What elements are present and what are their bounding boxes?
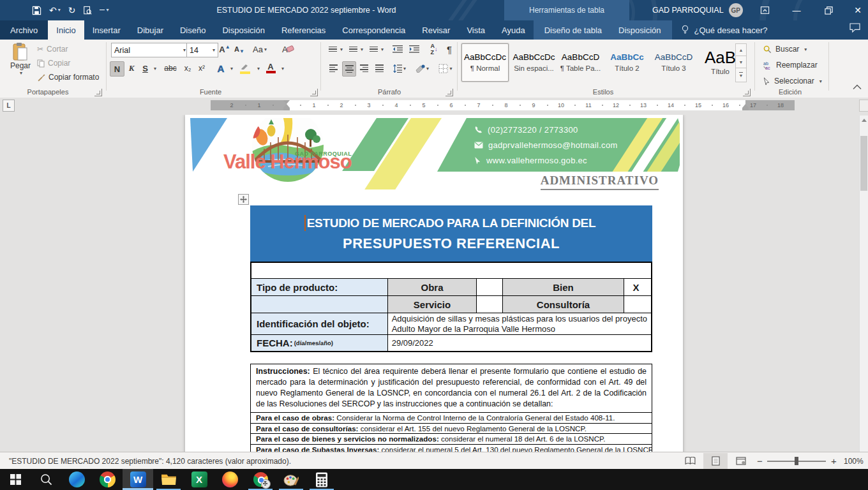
fecha-value-cell[interactable]: 29/09/2022 [387, 335, 651, 351]
redo-button[interactable]: ↻ [68, 6, 76, 15]
restore-button[interactable] [818, 0, 839, 20]
numbering-button[interactable]: ▾ [347, 42, 365, 56]
zoom-out-button[interactable]: − [757, 452, 763, 470]
style-sin-espaciado[interactable]: AaBbCcDc Sin espaci... [513, 43, 555, 82]
tab-diseno[interactable]: Diseño [172, 20, 214, 40]
web-layout-button[interactable] [729, 453, 753, 469]
taskbar-chrome-profile[interactable] [245, 469, 276, 490]
taskbar-search-button[interactable] [31, 469, 61, 490]
collapse-ribbon-button[interactable] [853, 84, 862, 90]
taskbar-file-explorer[interactable] [153, 469, 184, 490]
product-form-table[interactable]: Tipo de producto: Obra Bien X Servicio C… [250, 262, 652, 352]
ribbon-display-options-button[interactable] [754, 0, 775, 20]
tell-me-box[interactable]: ¿Qué desea hacer? [672, 20, 777, 40]
servicio-check-cell[interactable] [476, 296, 502, 313]
feedback-icon[interactable] [849, 23, 860, 33]
tab-diseno-de-tabla[interactable]: Diseño de tabla [536, 20, 610, 40]
print-preview-button[interactable] [83, 6, 92, 15]
style-normal[interactable]: AaBbCcDc ¶ Normal [461, 43, 509, 82]
consultoria-check-cell[interactable] [624, 296, 648, 313]
superscript-button[interactable]: x² [195, 61, 208, 75]
zoom-slider-thumb[interactable] [795, 457, 798, 465]
font-family-combo[interactable]: Arial▾ [111, 43, 189, 57]
character-count[interactable]: "ESTUDIO DE MERCADO 2022 septiembre": 4,… [9, 452, 291, 470]
decrease-indent-button[interactable] [391, 42, 405, 56]
taskbar-word[interactable]: W [123, 469, 153, 490]
shrink-font-button[interactable]: A▼ [234, 42, 245, 56]
identificacion-label-cell[interactable]: Identificación del objeto: [251, 313, 387, 334]
highlight-button[interactable] [237, 61, 253, 75]
subscript-button[interactable]: x₂ [181, 61, 194, 75]
sort-button[interactable]: AZ↓ [426, 42, 442, 56]
highlight-dropdown[interactable]: ▾ [254, 61, 262, 75]
read-mode-button[interactable] [678, 453, 702, 469]
scrollbar-thumb[interactable] [860, 136, 867, 191]
tab-ayuda[interactable]: Ayuda [493, 20, 534, 40]
servicio-cell[interactable]: Servicio [387, 296, 476, 313]
taskbar-firefox[interactable] [214, 469, 245, 490]
cut-button[interactable]: ✂ Cortar [37, 45, 68, 54]
underline-button[interactable]: S [140, 61, 151, 75]
table-move-handle[interactable] [238, 194, 249, 205]
style-table-paragraph[interactable]: AaBbCcD ¶ Table Pa... [559, 43, 602, 82]
text-effects-button[interactable]: A [214, 61, 227, 75]
document-title-block[interactable]: ESTUDIO DE MERCADO PARA LA DEFINICIÓN DE… [250, 205, 652, 262]
taskbar-chrome[interactable] [92, 469, 123, 490]
fecha-label-cell[interactable]: FECHA: (día/mes/año) [251, 335, 387, 351]
increase-indent-button[interactable] [407, 42, 421, 56]
start-button[interactable] [0, 469, 31, 490]
taskbar-calculator[interactable] [306, 469, 337, 490]
paste-button[interactable]: Pegar ▾ [6, 42, 34, 76]
undo-button[interactable]: ↶▾ [49, 6, 61, 15]
paragraph-dialog-launcher[interactable] [445, 89, 453, 96]
underline-dropdown[interactable]: ▾ [151, 61, 158, 75]
styles-more-button[interactable]: ▼ [735, 68, 747, 82]
font-size-combo[interactable]: 14▾ [186, 43, 218, 57]
copy-button[interactable]: Copiar [37, 59, 70, 68]
justify-button[interactable] [373, 61, 385, 75]
styles-scroll-up[interactable]: ▲ [735, 43, 747, 57]
font-color-dropdown[interactable]: ▾ [278, 61, 286, 75]
format-painter-button[interactable]: Copiar formato [37, 73, 99, 82]
right-indent-marker-base[interactable] [742, 108, 749, 110]
tab-disposicion[interactable]: Disposición [214, 20, 273, 40]
document-page[interactable]: GAD PARROQUIAL Valle Hermoso (02)2773220… [185, 115, 683, 452]
taskbar-edge[interactable] [61, 469, 92, 490]
tab-insertar[interactable]: Insertar [84, 20, 129, 40]
bien-cell[interactable]: Bien [502, 279, 624, 295]
styles-dialog-launcher[interactable] [743, 89, 751, 96]
document-area[interactable]: GAD PARROQUIAL Valle Hermoso (02)2773220… [0, 115, 868, 452]
taskbar-excel[interactable]: X [184, 469, 214, 490]
save-button[interactable] [32, 6, 41, 15]
left-indent-marker[interactable] [283, 108, 290, 110]
tab-archivo[interactable]: Archivo [0, 20, 48, 40]
strikethrough-button[interactable]: abc [162, 61, 179, 75]
tab-dibujar[interactable]: Dibujar [129, 20, 172, 40]
account-info[interactable]: GAD PARROQUIAL GP [652, 0, 743, 20]
bullets-button[interactable]: ▾ [327, 42, 345, 56]
minimize-button[interactable]: — [786, 0, 807, 20]
tab-referencias[interactable]: Referencias [273, 20, 334, 40]
clipboard-dialog-launcher[interactable] [94, 89, 102, 96]
replace-button[interactable]: abac Reemplazar [763, 61, 818, 70]
empty-row[interactable] [251, 263, 651, 278]
scroll-up-arrow[interactable] [860, 115, 868, 124]
clear-formatting-button[interactable]: A [280, 42, 296, 56]
identificacion-value-cell[interactable]: Adquisición de sillas y mesas plásticas … [387, 313, 651, 334]
align-right-button[interactable] [357, 61, 370, 75]
multilevel-list-button[interactable]: ▾ [368, 42, 385, 56]
grow-font-button[interactable]: A▲ [218, 42, 231, 56]
bold-button[interactable]: N [110, 61, 124, 77]
consultoria-cell[interactable]: Consultoría [502, 296, 624, 313]
tab-vista[interactable]: Vista [458, 20, 493, 40]
ruler-strip[interactable]: 21123456789101112131415161718 [211, 100, 795, 110]
tipo-producto-spacer-cell[interactable] [251, 296, 387, 313]
print-layout-button[interactable] [703, 453, 728, 469]
find-button[interactable]: Buscar▾ [763, 45, 807, 54]
align-center-button[interactable] [342, 61, 356, 77]
tipo-producto-label-cell[interactable]: Tipo de producto: [251, 279, 387, 295]
change-case-button[interactable]: Aa▾ [250, 42, 269, 56]
text-effects-dropdown[interactable]: ▾ [227, 61, 235, 75]
style-titulo-3[interactable]: AaBbCcD Título 3 [652, 43, 695, 82]
align-left-button[interactable] [327, 61, 340, 75]
